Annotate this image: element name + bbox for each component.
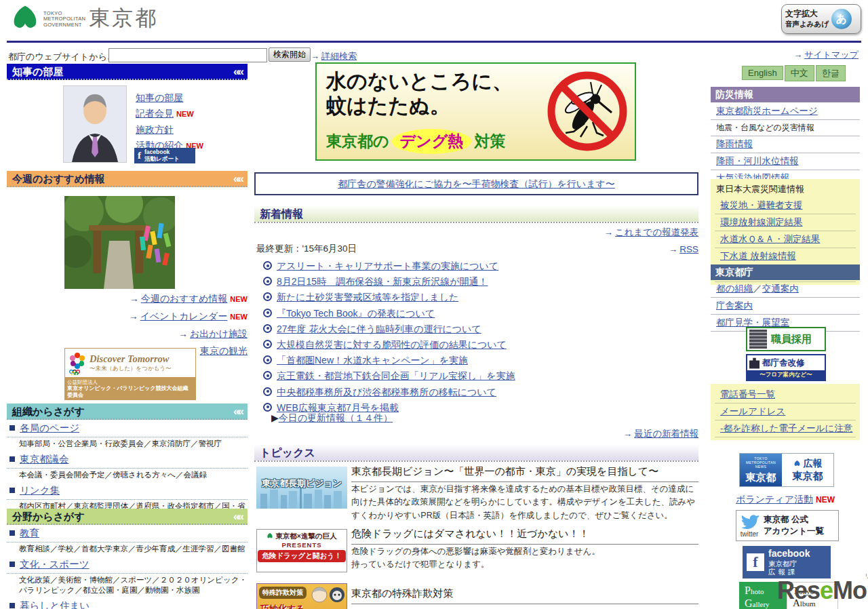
list-item: 東京都議会	[7, 452, 248, 469]
recruitment-banner[interactable]: 職員採用	[746, 327, 826, 351]
fisheye-bullet-icon	[263, 324, 272, 333]
building-icon	[749, 330, 767, 349]
list-item: 降雨・河川水位情報	[711, 153, 860, 170]
list-item-desc: 文化政策／美術館・博物館／スポーツ／２０２０オリンピック・パラリンピック／都立公…	[7, 574, 248, 598]
disaster-links: 東京都防災ホームページ 地震・台風などの災害情報 降雨情報 降雨・河川水位情報 …	[711, 103, 860, 187]
earthquake-box-title: 東日本大震災関連情報	[715, 182, 856, 197]
past-press-releases: →これまでの報道発表	[254, 227, 698, 239]
arrow-icon: →	[793, 50, 802, 60]
governor-photo	[63, 85, 127, 163]
list-item: 東京都防災ホームページ	[711, 103, 860, 120]
press-conference-link[interactable]: 記者会見	[136, 108, 174, 119]
building-icon	[749, 357, 760, 369]
square-bullet-icon	[9, 530, 15, 536]
chevron-left-icon: ««	[233, 510, 242, 524]
tokyo-logo[interactable]: TOKYO METROPOLITAN GOVERNMENT 東京都	[9, 3, 158, 33]
observation-deck-link[interactable]: 都庁見学・展望室	[716, 317, 789, 328]
recent-news-link[interactable]: 最近の新着情報	[634, 429, 698, 439]
list-item: -都を詐称した電子メールに注意	[715, 420, 856, 437]
list-item: 各局のページ	[7, 420, 248, 437]
new-badge: NEW	[176, 110, 194, 118]
rss-link[interactable]: RSS	[679, 244, 698, 254]
river-level-link[interactable]: 降雨・河川水位情報	[716, 156, 799, 166]
dengue-suffix: 対策	[474, 131, 505, 152]
disaster-note: 地震・台風などの災害情報	[711, 120, 860, 136]
disaster-home-link[interactable]: 東京都防災ホームページ	[716, 106, 818, 116]
accessibility-button[interactable]: 文字拡大 音声よみあげ あ	[781, 4, 861, 34]
news-item: 27年度 花火大会に伴う臨時列車の運行について	[263, 321, 701, 337]
search-input[interactable]	[108, 48, 267, 62]
square-bullet-icon	[9, 456, 15, 462]
weekly-recommend-link[interactable]: 今週のおすすめ情報	[141, 293, 228, 304]
event-calendar-link[interactable]: イベントカレンダー	[140, 311, 228, 321]
lang-chinese-button[interactable]: 中文	[785, 65, 814, 81]
rss: →RSS	[254, 244, 698, 254]
facebook-report-badge[interactable]: f facebook 活動レポート	[134, 148, 195, 163]
facebook-banner[interactable]: f facebook 東京都庁 広報課	[743, 546, 831, 578]
mail-address-link[interactable]: メールアドレス	[720, 406, 785, 416]
bureaus-link[interactable]: 各局のページ	[20, 423, 79, 433]
topic-body: 本ビジョンでは、東京が目指す将来像を達成するための基本目標や政策目標、その達成に…	[351, 483, 698, 522]
today-updates-link[interactable]: 今日の更新情報（１４件）	[279, 412, 393, 423]
topic-thumbnail-slogan: 危険ドラッグと闘おう！	[258, 550, 345, 562]
advanced-search-link[interactable]: 詳細検索	[321, 51, 357, 61]
living-housing-link[interactable]: 暮らしと住まい	[20, 600, 90, 609]
links-collection-link[interactable]: リンク集	[20, 485, 60, 496]
dengue-prefix: 東京都の	[326, 131, 389, 152]
lang-korean-button[interactable]: 한글	[816, 65, 846, 81]
tokyo-tourism-link[interactable]: 東京の観光	[200, 345, 248, 356]
list-item-desc: 知事部局・公営企業局・行政委員会／東京消防庁／警視庁	[7, 437, 248, 452]
discover-title: Discover Tomorrow	[90, 353, 172, 365]
policy-link[interactable]: 施政方針	[136, 124, 174, 135]
arrow-icon: →	[623, 429, 633, 439]
fisheye-bullet-icon	[263, 261, 272, 270]
topic-title[interactable]: 東京都の特殊詐欺対策	[351, 587, 698, 604]
volunteer-link[interactable]: ボランティア活動	[736, 494, 813, 505]
accessibility-label-1: 文字拡大	[785, 9, 829, 20]
spoof-mail-warning-link[interactable]: -都を詐称した電子メールに注意	[720, 423, 852, 433]
phone-list-link[interactable]: 電話番号一覧	[720, 389, 775, 399]
section-header-disaster: 防災情報	[711, 87, 860, 102]
twitter-banner[interactable]: twitter 東京都 公式 アカウント一覧	[736, 510, 839, 541]
security-notice-link[interactable]: 都庁舎の警備強化にご協力を〜手荷物検査（試行）を行います〜	[338, 178, 615, 189]
arrow-icon: →	[669, 244, 678, 254]
arrow-icon: →	[130, 293, 139, 304]
recommend-photo	[64, 196, 175, 289]
topic-thumbnail-drug-campaign[interactable]: 東京都×進撃の巨人 PRESENTS 危険ドラッグと闘おう！	[256, 529, 347, 572]
assembly-link[interactable]: 東京都議会	[20, 454, 69, 465]
discover-tomorrow-banner[interactable]: Discover Tomorrow 〜未来（あした）をつかもう〜 公益財団法人 …	[64, 348, 196, 400]
search-button[interactable]: 検索開始	[269, 47, 311, 62]
topic-thumbnail-badge: 特殊詐欺対策	[259, 587, 307, 599]
recommend-link-row: →お出かけ施設	[7, 326, 248, 342]
topic-title[interactable]: 危険ドラッグにはダマされない！！近づかない！！	[351, 528, 698, 545]
topic-title[interactable]: 東京都長期ビジョン〜「世界一の都市・東京」の実現を目指して〜	[351, 465, 698, 482]
lang-english-button[interactable]: English	[742, 66, 783, 80]
olympic-emblem-icon	[68, 351, 86, 375]
koho-tokyo-banner[interactable]: TOKYO METROPOLITAN NEWS 東京都 広報 東京都	[739, 453, 834, 487]
read-aloud-icon: あ	[831, 9, 852, 29]
education-link[interactable]: 教育	[20, 528, 39, 538]
discover-org1: 公益財団法人	[67, 379, 193, 385]
resemom-watermark: リセマム ReseMom.	[777, 576, 868, 605]
header-divider	[7, 41, 861, 43]
organization-link[interactable]: 都の組織	[716, 283, 753, 294]
rainfall-link[interactable]: 降雨情報	[716, 139, 753, 149]
outing-facilities-link[interactable]: お出かけ施設	[190, 328, 248, 339]
watermark-ruby: リセマム	[865, 572, 868, 580]
section-header-governor: 知事の部屋««	[7, 64, 248, 80]
building-guide-link[interactable]: 庁舎案内	[716, 300, 753, 311]
renovation-banner[interactable]: 都庁舎改修 〜フロア案内など〜	[746, 354, 826, 381]
dengue-banner[interactable]: 水のないところに、 蚊はたたぬ。 東京都の デング熱 対策	[315, 62, 636, 161]
news-item: 中央都税事務所及び渋谷都税事務所の移転について	[263, 385, 701, 400]
governor-room-link[interactable]: 知事の部屋	[136, 92, 183, 103]
topic-thumbnail-presents: PRESENTS	[257, 541, 347, 549]
past-press-link[interactable]: これまでの報道発表	[615, 227, 698, 237]
topic-thumbnail-longterm-vision[interactable]: 東京都長期ビジョン	[256, 467, 347, 509]
accessibility-label-2: 音声よみあげ	[785, 20, 829, 29]
topic-thumbnail-fraud[interactable]: 特殊詐欺対策 巧妙化する	[256, 583, 347, 609]
list-item: 庁舎案内	[711, 298, 860, 315]
access-guide-link[interactable]: 交通案内	[762, 283, 799, 294]
list-item: リンク集	[7, 483, 248, 500]
sitemap-link[interactable]: サイトマップ	[804, 50, 859, 60]
culture-sports-link[interactable]: 文化・スポーツ	[20, 559, 90, 570]
